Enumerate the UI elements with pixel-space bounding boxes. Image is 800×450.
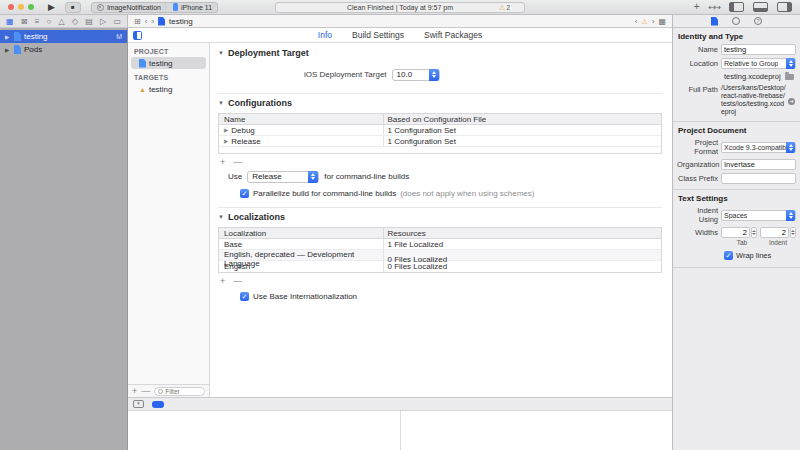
remove-target-button[interactable]: — xyxy=(141,387,150,396)
base-internationalization-checkbox[interactable]: ✓ xyxy=(240,292,249,301)
toggle-inspector-button[interactable] xyxy=(777,2,792,12)
choose-folder-icon[interactable] xyxy=(785,74,794,80)
quick-help-inspector-icon[interactable]: ? xyxy=(754,17,762,25)
modified-badge: M xyxy=(116,33,122,40)
dropdown-arrows-icon xyxy=(786,210,795,221)
project-targets-sidebar: PROJECT testing TARGETS ▲ testing + — xyxy=(128,43,210,397)
location-select[interactable]: Relative to Group xyxy=(721,58,796,69)
close-window-button[interactable] xyxy=(8,4,14,10)
report-navigator-icon[interactable]: ▭ xyxy=(113,17,121,26)
disclosure-triangle-icon[interactable]: ▶ xyxy=(224,138,228,144)
command-line-config-select[interactable]: Release xyxy=(247,171,319,183)
wrap-lines-checkbox[interactable]: ✓ xyxy=(724,251,733,260)
indent-width-stepper[interactable] xyxy=(790,227,796,238)
tab-width-field[interactable] xyxy=(721,227,750,238)
debug-pane-divider[interactable] xyxy=(400,411,401,450)
library-add-button[interactable]: + xyxy=(694,2,700,12)
table-row-english[interactable]: English 0 Files Localized xyxy=(219,261,661,272)
find-navigator-icon[interactable]: ○ xyxy=(47,17,52,26)
remove-localization-button[interactable]: — xyxy=(233,277,242,286)
selected-value: Release xyxy=(252,172,286,181)
organization-field[interactable] xyxy=(721,159,796,170)
tab-info[interactable]: Info xyxy=(318,30,332,40)
source-control-navigator-icon[interactable]: ⊠ xyxy=(21,17,28,26)
history-inspector-icon[interactable] xyxy=(732,17,740,25)
go-forward-icon[interactable]: › xyxy=(151,17,154,26)
localization-resources: 0 Files Localized xyxy=(383,261,661,272)
jump-bar: ⊞ ‹ › testing ‹ ⚠ › ▦ xyxy=(128,15,672,28)
inspector-selector-bar: ? xyxy=(672,15,800,28)
tab-width-stepper[interactable] xyxy=(751,227,757,238)
issue-warning-icon[interactable]: ⚠ xyxy=(641,18,647,25)
navigator-item-testing[interactable]: ▶ testing M xyxy=(0,30,127,43)
remove-configuration-button[interactable]: — xyxy=(233,158,242,167)
project-navigator-panel: ▶ testing M ▶ Pods xyxy=(0,28,128,450)
file-inspector-icon[interactable] xyxy=(711,17,718,26)
section-disclosure-icon[interactable]: ▼ xyxy=(218,50,224,56)
zoom-window-button[interactable] xyxy=(28,4,34,10)
minimize-window-button[interactable] xyxy=(18,4,24,10)
navigator-item-pods[interactable]: ▶ Pods xyxy=(0,43,127,56)
sidebar-item-project-testing[interactable]: testing xyxy=(131,57,206,69)
scheme-target-icon xyxy=(97,4,104,11)
table-row-debug[interactable]: ▶ Debug 1 Configuration Set xyxy=(219,125,661,136)
tab-caption: Tab xyxy=(724,239,760,246)
file-icon xyxy=(158,17,165,26)
go-back-icon[interactable]: ‹ xyxy=(145,17,148,26)
sidebar-item-target-testing[interactable]: ▲ testing xyxy=(131,83,206,95)
add-target-button[interactable]: + xyxy=(132,387,137,396)
toggle-navigator-button[interactable] xyxy=(729,2,744,12)
warning-badge[interactable]: ⚠ 2 xyxy=(499,4,510,11)
hide-project-sidebar-icon[interactable] xyxy=(133,31,142,40)
stop-button[interactable]: ■ xyxy=(65,2,81,13)
disclosure-triangle-icon[interactable]: ▶ xyxy=(224,127,228,133)
tab-overview-icon[interactable]: ⊞ xyxy=(134,17,141,26)
indent-using-select[interactable]: Spaces xyxy=(721,210,796,221)
test-navigator-icon[interactable]: ◇ xyxy=(72,17,78,26)
tab-swift-packages[interactable]: Swift Packages xyxy=(424,30,482,40)
disclosure-triangle-icon[interactable]: ▶ xyxy=(5,34,11,40)
hide-debug-area-icon[interactable]: ▼ xyxy=(133,400,144,408)
class-prefix-field[interactable] xyxy=(721,173,796,184)
run-button[interactable]: ▶ xyxy=(48,3,55,12)
class-prefix-label: Class Prefix xyxy=(677,174,721,183)
dropdown-arrows-icon xyxy=(786,58,795,69)
jump-bar-file-name[interactable]: testing xyxy=(169,17,193,26)
use-label: Use xyxy=(228,172,242,181)
add-localization-button[interactable]: + xyxy=(220,277,225,286)
goto-arrow-icon[interactable]: ➔ xyxy=(788,98,795,105)
project-navigator-icon[interactable]: ▦ xyxy=(6,17,14,26)
parallelize-checkbox[interactable]: ✓ xyxy=(240,189,249,198)
table-row-english-deprecated[interactable]: English, deprecated — Development Langua… xyxy=(219,250,661,261)
widths-label: Widths xyxy=(677,228,721,237)
section-title: Localizations xyxy=(228,212,285,222)
indent-width-field[interactable] xyxy=(760,227,789,238)
name-field[interactable] xyxy=(721,44,796,55)
tab-build-settings[interactable]: Build Settings xyxy=(352,30,404,40)
sidebar-item-label: testing xyxy=(149,59,173,68)
filter-input[interactable] xyxy=(165,388,201,395)
parallelize-label: Parallelize build for command-line build… xyxy=(253,189,396,198)
chevron-right-icon: 〉 xyxy=(164,3,170,12)
debug-navigator-icon[interactable]: ▤ xyxy=(85,17,93,26)
disclosure-triangle-icon[interactable]: ▶ xyxy=(5,47,11,53)
issue-navigator-icon[interactable]: △ xyxy=(59,17,65,26)
debug-filter-icon[interactable] xyxy=(152,401,164,408)
add-configuration-button[interactable]: + xyxy=(220,158,225,167)
previous-issue-icon[interactable]: ‹ xyxy=(635,17,638,26)
section-disclosure-icon[interactable]: ▼ xyxy=(218,214,224,220)
toggle-debug-area-button[interactable] xyxy=(753,2,768,12)
editor-options-icon[interactable]: ↤↦ xyxy=(709,3,720,12)
filter-field[interactable] xyxy=(154,387,205,396)
ios-deployment-target-select[interactable]: 10.0 xyxy=(392,69,440,81)
table-row-base[interactable]: Base 1 File Localized xyxy=(219,239,661,250)
project-format-label: Project Format xyxy=(677,138,721,156)
table-row-release[interactable]: ▶ Release 1 Configuration Set xyxy=(219,136,661,147)
breakpoint-navigator-icon[interactable]: ▷ xyxy=(100,17,106,26)
symbol-navigator-icon[interactable]: ≡ xyxy=(35,17,40,26)
next-issue-icon[interactable]: › xyxy=(652,17,655,26)
project-format-select[interactable]: Xcode 9.3-compatible xyxy=(721,142,796,153)
add-editor-icon[interactable]: ▦ xyxy=(658,17,666,26)
scheme-selector[interactable]: ImageNotification 〉 iPhone 11 xyxy=(91,2,218,13)
section-disclosure-icon[interactable]: ▼ xyxy=(218,100,224,106)
